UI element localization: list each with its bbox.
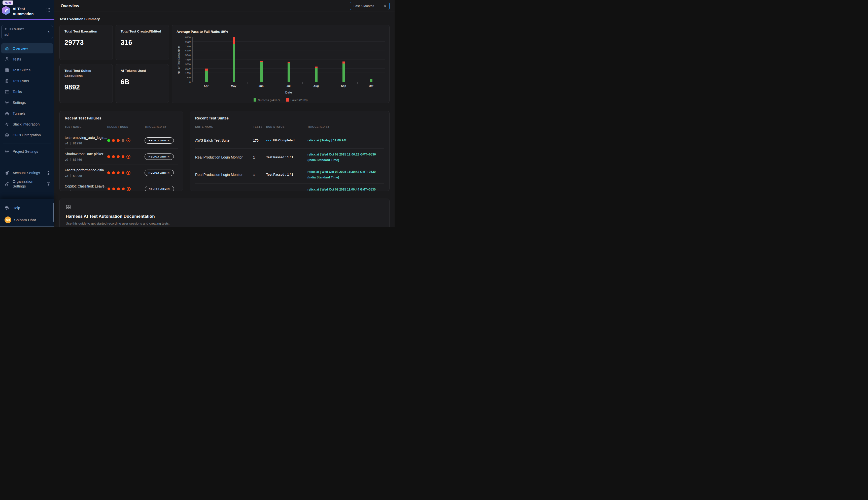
sidebar-item-ci-cd-integration[interactable]: CI-CD integration (1, 130, 53, 140)
x-axis-ticks: AprMayJunJulAugSepOct (192, 84, 385, 88)
sidebar-item-project-settings[interactable]: Project Settings (1, 146, 53, 157)
triggered-by-badge[interactable]: RELICX ADMIN (144, 170, 174, 176)
run-status-dot-stale[interactable] (122, 139, 125, 142)
sidebar-item-slack-integration[interactable]: Slack integration (1, 119, 53, 129)
bar-segment-success (370, 79, 373, 82)
suite-name[interactable]: Real Production Login Monitor (195, 155, 251, 159)
user-menu[interactable]: SD Shibam Dhar (1, 215, 53, 225)
run-status-dot-failed[interactable] (112, 188, 115, 190)
run-status-dot-failed[interactable] (122, 171, 125, 174)
sidebar-horizontal-scrollbar[interactable] (0, 227, 55, 227)
suite-tests-count: 1 (253, 190, 265, 191)
sidebar-item-label: Overview (13, 46, 28, 51)
select-chevrons-icon (383, 4, 387, 8)
test-name[interactable]: Shadow root Date picker ... (65, 152, 107, 156)
project-selector[interactable]: PROJECT sd › (1, 25, 53, 39)
run-status-dot-ring[interactable] (126, 138, 130, 143)
stat-card-ai-tokens-used: AI Tokens Used6B (116, 64, 169, 103)
sidebar-item-tasks[interactable]: Tasks (1, 87, 53, 97)
x-tick-mark (302, 82, 303, 84)
sidebar-vertical-scrollbar[interactable] (53, 203, 54, 222)
sidebar-item-organization-settings[interactable]: Organization Settings (1, 179, 53, 189)
run-status-dot-failed[interactable] (107, 188, 110, 190)
sidebar-item-help[interactable]: ? Help (1, 203, 53, 213)
y-tick-label: 4450 (179, 58, 191, 61)
failure-row[interactable]: Shadow root Date picker ...v081466RELICX… (65, 148, 178, 164)
x-tick-mark (275, 82, 275, 84)
suite-triggered-by[interactable]: relicx.ai | Wed Oct 08 2025 11:00:44 GMT… (307, 187, 384, 191)
sidebar-menu: OverviewTestsTest SuitesTest RunsTasksSe… (0, 43, 55, 190)
bar-segment-success (205, 70, 208, 82)
failure-row[interactable]: Facets-performance-gitla...v363238RELICX… (65, 164, 178, 181)
sidebar-item-overview[interactable]: Overview (1, 43, 53, 54)
recent-runs (107, 187, 145, 191)
x-tick-label: May (220, 84, 247, 88)
suite-row[interactable]: Real Production Login Monitor1Test Passe… (195, 166, 384, 183)
y-tick-label: 5340 (179, 54, 191, 56)
brand-divider (0, 19, 55, 20)
suite-name[interactable]: Real Production Login Monitor (195, 190, 251, 191)
x-tick-label: Oct (357, 84, 385, 88)
page-title: Overview (61, 3, 79, 8)
run-status-dot-failed[interactable] (112, 155, 115, 158)
legend-label: Success (24377) (258, 99, 280, 102)
sidebar-item-settings[interactable]: Settings (1, 98, 53, 107)
chevron-right-icon: › (48, 29, 50, 35)
test-version: v0 (65, 158, 68, 161)
tables-row: Recent Test Failures TEST NAMERECENT RUN… (59, 111, 389, 191)
info-icon[interactable] (46, 171, 51, 175)
run-status-dot-failed[interactable] (117, 171, 120, 174)
run-status-dot-failed[interactable] (117, 188, 120, 190)
y-tick-label: 2670 (179, 67, 191, 70)
test-name[interactable]: test-removing_auto_login... (65, 136, 107, 140)
failure-row[interactable]: test-removing_auto_login...v481996RELICX… (65, 132, 178, 148)
run-status-dot-failed[interactable] (112, 171, 115, 174)
run-status-dot-failed[interactable] (122, 155, 125, 158)
sidebar-item-tunnels[interactable]: Tunnels (1, 109, 53, 118)
chart-legend: Success (24377)Failed (2939) (177, 98, 385, 102)
sidebar-item-test-suites[interactable]: Test Suites (1, 65, 53, 75)
run-status-dot-failed[interactable] (117, 155, 120, 158)
suite-row[interactable]: Real Production Login Monitor1Test Passe… (195, 183, 384, 191)
apps-grid-icon[interactable] (46, 6, 50, 13)
main-content: Overview Last 6 Months Test Execution Su… (55, 0, 395, 227)
suite-name[interactable]: Real Production Login Monitor (195, 173, 251, 177)
suite-triggered-by[interactable]: relicx.ai | Today | 11:00 AM (307, 138, 384, 143)
run-status-dot-failed[interactable] (117, 139, 120, 142)
sidebar-item-label: Test Runs (13, 79, 29, 83)
docs-description: Use this guide to get started recording … (66, 221, 383, 225)
run-status-dot-ring[interactable] (127, 187, 131, 191)
bar-segment-success (342, 64, 345, 82)
sidebar-item-label: CI-CD integration (13, 133, 41, 138)
suite-triggered-by[interactable]: relicx.ai | Wed Oct 08 2025 11:30:42 GMT… (307, 169, 384, 180)
recent-runs (107, 171, 144, 175)
run-status-dot-failed[interactable] (112, 139, 115, 142)
info-icon[interactable] (46, 182, 51, 186)
test-version-id: v363238 (65, 174, 107, 178)
x-tick-mark (247, 82, 248, 84)
suite-triggered-by[interactable]: relicx.ai | Wed Oct 08 2025 12:00:23 GMT… (307, 152, 384, 163)
sidebar-item-tests[interactable]: Tests (1, 54, 53, 64)
failure-row[interactable]: Copilot: Classified: Leave...v663129RELI… (65, 181, 178, 191)
suite-name[interactable]: AWS Batch Test Suite (195, 138, 251, 143)
stat-label: Total Test Created/Edited (121, 29, 164, 34)
y-tick-label: 7120 (179, 45, 191, 47)
run-status-dot-failed[interactable] (107, 155, 110, 158)
triggered-by-badge[interactable]: RELICX ADMIN (145, 186, 174, 191)
suite-row[interactable]: AWS Batch Test Suite1708% Completedrelic… (195, 132, 384, 148)
run-status-dot-failed[interactable] (122, 188, 125, 190)
run-status-dot-ring[interactable] (126, 155, 130, 159)
run-status-dot-success[interactable] (107, 139, 110, 142)
test-name[interactable]: Facets-performance-gitla... (65, 168, 107, 172)
sidebar: NEW AI Test Automation (0, 0, 55, 227)
sidebar-item-test-runs[interactable]: Test Runs (1, 76, 53, 86)
suite-row[interactable]: Real Production Login Monitor1Test Passe… (195, 148, 384, 166)
run-status-dot-ring[interactable] (126, 171, 130, 175)
run-status-dot-failed[interactable] (107, 171, 110, 174)
test-version: v3 (65, 174, 68, 178)
triggered-by-badge[interactable]: RELICX ADMIN (144, 154, 174, 160)
time-range-select[interactable]: Last 6 Months (350, 2, 389, 10)
test-name[interactable]: Copilot: Classified: Leave... (65, 184, 107, 188)
sidebar-item-account-settings[interactable]: Account Settings (1, 168, 53, 178)
triggered-by-badge[interactable]: RELICX ADMIN (144, 137, 174, 144)
